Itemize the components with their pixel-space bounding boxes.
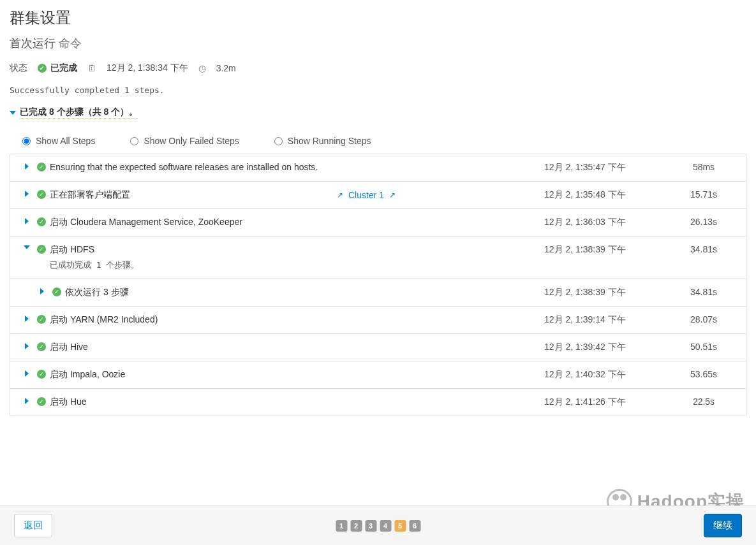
check-circle-icon: [37, 217, 46, 226]
step-description: 启动 Cloudera Management Service, ZooKeepe…: [50, 217, 544, 228]
step-duration: 34.81s: [672, 287, 736, 297]
filter-running-radio[interactable]: [274, 137, 283, 145]
step-description: 启动 YARN (MR2 Included): [50, 314, 544, 326]
expand-toggle[interactable]: [20, 217, 33, 224]
step-row: 启动 Hive12月 2, 1:39:42 下午50.51s: [10, 333, 746, 361]
step-time: 12月 2, 1:35:48 下午: [544, 189, 672, 201]
expand-toggle[interactable]: [20, 244, 33, 249]
step-row: 正在部署客户端配置↗Cluster 1↗12月 2, 1:35:48 下午15.…: [10, 181, 746, 208]
step-status: [33, 342, 50, 351]
external-link-icon: ↗: [389, 191, 396, 200]
steps-summary-toggle[interactable]: 已完成 8 个步骤（共 8 个）。: [10, 106, 138, 119]
step-time: 12月 2, 1:36:03 下午: [544, 217, 672, 228]
run-name: 首次运行: [10, 37, 56, 50]
expand-toggle[interactable]: [20, 342, 33, 349]
page-5[interactable]: 5: [394, 520, 406, 532]
continue-button[interactable]: 继续: [704, 514, 742, 537]
chevron-right-icon: [25, 316, 29, 322]
status-text: 已完成: [50, 62, 77, 74]
step-duration: 22.5s: [672, 396, 736, 407]
step-sub-text: 已成功完成 1 个步骤。: [50, 259, 139, 271]
check-circle-icon: [37, 163, 46, 171]
check-circle-icon: [38, 64, 47, 73]
step-row: 依次运行 3 步骤12月 2, 1:38:39 下午34.81s: [10, 279, 746, 306]
step-duration: 50.51s: [672, 342, 736, 352]
step-duration: 53.65s: [672, 369, 736, 379]
step-desc-text: 启动 YARN (MR2 Included): [50, 314, 158, 324]
step-status: [33, 189, 50, 199]
chevron-right-icon: [40, 288, 44, 294]
expand-toggle[interactable]: [20, 314, 33, 322]
step-status: [33, 314, 50, 324]
step-desc-text: 启动 Hue: [50, 396, 87, 407]
clock-icon: ◷: [198, 63, 206, 73]
step-description: 启动 HDFS已成功完成 1 个步骤。: [50, 244, 544, 271]
step-description: 依次运行 3 步骤: [65, 287, 544, 298]
step-duration: 28.07s: [672, 314, 736, 324]
external-link-icon: ↗: [337, 191, 343, 200]
status-label: 状态: [10, 62, 27, 74]
expand-toggle[interactable]: [36, 287, 48, 294]
step-status: [33, 396, 50, 406]
step-desc-text: 启动 Hive: [50, 342, 88, 352]
check-circle-icon: [52, 287, 61, 296]
page-3[interactable]: 3: [365, 520, 376, 532]
step-row: 启动 Hue12月 2, 1:41:26 下午22.5s: [10, 388, 746, 416]
step-time: 12月 2, 1:38:39 下午: [544, 287, 672, 298]
step-description: 启动 Hive: [50, 342, 544, 353]
expand-toggle[interactable]: [20, 396, 33, 404]
command-type: 命令: [59, 37, 82, 50]
chevron-right-icon: [25, 370, 29, 377]
page-title: 群集设置: [10, 8, 746, 28]
filter-failed[interactable]: Show Only Failed Steps: [130, 136, 239, 146]
status-value: 已完成: [38, 62, 77, 74]
step-status: [33, 369, 50, 379]
chevron-right-icon: [25, 218, 29, 224]
steps-summary-text: 已完成 8 个步骤（共 8 个）。: [20, 106, 138, 119]
step-row: 启动 Impala, Oozie12月 2, 1:40:32 下午53.65s: [10, 361, 746, 388]
check-circle-icon: [37, 245, 46, 254]
step-time: 12月 2, 1:39:14 下午: [544, 314, 672, 326]
status-duration: 3.2m: [216, 63, 236, 73]
step-time: 12月 2, 1:41:26 下午: [544, 396, 672, 408]
check-circle-icon: [37, 397, 46, 406]
step-status: [33, 162, 50, 171]
step-row: 启动 Cloudera Management Service, ZooKeepe…: [10, 208, 746, 236]
step-description: 启动 Hue: [50, 396, 544, 408]
page-1[interactable]: 1: [336, 520, 347, 532]
chevron-right-icon: [25, 398, 29, 404]
chevron-down-icon: [10, 111, 16, 115]
step-row: 启动 YARN (MR2 Included)12月 2, 1:39:14 下午2…: [10, 306, 746, 333]
step-description: Ensuring that the expected software rele…: [50, 162, 544, 172]
step-desc-text: 正在部署客户端配置: [50, 189, 130, 200]
status-line: 状态 已完成 🗓 12月 2, 1:38:34 下午 ◷ 3.2m: [10, 62, 746, 74]
check-circle-icon: [37, 342, 46, 351]
step-description: 正在部署客户端配置↗Cluster 1↗: [50, 189, 544, 201]
step-desc-text: Ensuring that the expected software rele…: [50, 162, 318, 172]
expand-toggle[interactable]: [20, 369, 33, 377]
back-button[interactable]: 返回: [14, 514, 52, 537]
step-time: 12月 2, 1:35:47 下午: [544, 162, 672, 173]
cluster-link[interactable]: ↗Cluster 1↗: [337, 190, 396, 200]
chevron-right-icon: [25, 191, 29, 197]
step-row: 启动 HDFS已成功完成 1 个步骤。12月 2, 1:38:39 下午34.8…: [10, 236, 746, 279]
link-text: Cluster 1: [348, 190, 384, 200]
filter-failed-radio[interactable]: [130, 137, 138, 145]
page-2[interactable]: 2: [350, 520, 362, 532]
step-desc-text: 启动 HDFS: [50, 244, 94, 254]
expand-toggle[interactable]: [20, 189, 33, 197]
steps-table: Ensuring that the expected software rele…: [10, 154, 746, 416]
chevron-right-icon: [25, 163, 29, 170]
expand-toggle[interactable]: [20, 162, 33, 170]
status-timestamp: 12月 2, 1:38:34 下午: [107, 62, 188, 74]
page-4[interactable]: 4: [380, 520, 391, 532]
step-time: 12月 2, 1:40:32 下午: [544, 369, 672, 381]
filter-all-radio[interactable]: [22, 137, 31, 145]
page-6[interactable]: 6: [409, 520, 420, 532]
step-desc-text: 启动 Impala, Oozie: [50, 369, 125, 379]
chevron-down-icon: [24, 245, 30, 249]
filter-all[interactable]: Show All Steps: [22, 136, 95, 146]
page-content: 群集设置 首次运行 命令 状态 已完成 🗓 12月 2, 1:38:34 下午 …: [0, 0, 756, 416]
filter-running[interactable]: Show Running Steps: [274, 136, 371, 146]
footer-bar: 返回 123456 继续: [0, 505, 756, 545]
